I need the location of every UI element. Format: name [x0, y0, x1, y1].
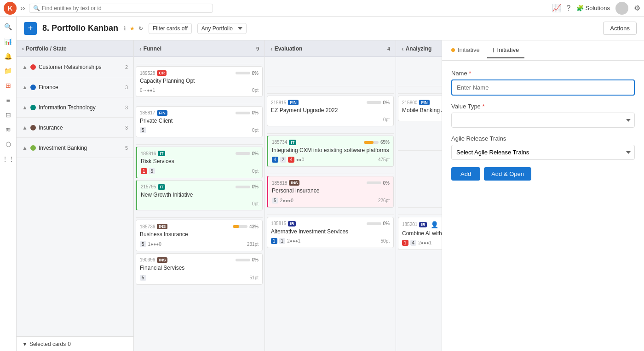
progress-wrap: [236, 72, 250, 74]
group-finance: ▲ Finance 3: [17, 77, 133, 97]
sidebar-timeline-icon[interactable]: ≋: [2, 123, 15, 136]
sidebar-dots-icon[interactable]: ⋮⋮: [2, 153, 15, 165]
card-185817-badge: FIN: [157, 110, 167, 116]
card-185734-header: 185734 IT 65%: [272, 140, 390, 145]
search-input[interactable]: [42, 5, 209, 11]
score-1: 1: [279, 238, 286, 244]
expand-icon[interactable]: ››: [20, 4, 25, 12]
add-button[interactable]: Add: [451, 167, 480, 181]
logo: K: [4, 2, 17, 15]
collapse-ins-btn[interactable]: ▲: [22, 125, 28, 131]
add-open-button[interactable]: Add & Open: [484, 167, 531, 181]
info-icon[interactable]: ℹ: [124, 25, 126, 32]
analyzing-arrow[interactable]: ‹: [402, 45, 404, 52]
collapse-finance-btn[interactable]: ▲: [22, 84, 28, 91]
card-189528-pts: 0pt: [252, 88, 259, 93]
main-area: + 8. Portfolio Kanban ℹ ★ ↻ Filter cards…: [17, 17, 644, 351]
card-185734[interactable]: 185734 IT 65% Integrating CXM into exist…: [267, 136, 394, 167]
user-avatar[interactable]: [615, 2, 628, 15]
card-190396[interactable]: 190396 INS 0% Financial Servises 5: [136, 253, 263, 285]
progress-wrap: [236, 259, 250, 261]
settings-icon[interactable]: ⚙: [634, 4, 640, 12]
group-finance-header[interactable]: ▲ Finance 3: [17, 77, 133, 97]
sidebar-portfolio-icon[interactable]: 📁: [2, 64, 15, 77]
card-185201[interactable]: 185201 IB 👤 21% Combine AI with IoT: [398, 217, 442, 250]
card-215795-title: New Growth Initiative: [141, 192, 259, 199]
group-ins-header[interactable]: ▲ Insurance 3: [17, 118, 133, 138]
star-icon[interactable]: ★: [130, 25, 135, 32]
card-185736-progress: 43%: [233, 224, 259, 229]
card-215795[interactable]: 215795 IT 0% New Growth Initiative: [136, 180, 263, 211]
selected-cards-count: 0: [68, 341, 71, 347]
solutions-label: Solutions: [586, 5, 610, 11]
card-185817[interactable]: 185817 FIN 0% Private Client 5: [136, 106, 263, 138]
card-185816[interactable]: 185816 IT 0% Risk Services 1: [136, 147, 263, 178]
state-panel-header[interactable]: ‹ Portfolio / State: [17, 40, 133, 57]
name-input[interactable]: [451, 79, 635, 96]
col-evaluation-header: ‹ Evaluation 4: [265, 40, 396, 57]
progress-wrap: [367, 101, 381, 104]
filter-button[interactable]: Filter cards off: [149, 23, 192, 34]
solutions-btn[interactable]: 🧩 Solutions: [576, 5, 610, 11]
left-sidebar: 🔍 📊 🔔 📁 ⊞ ≡ ⊟ ≋ ⬡ ⋮⋮: [0, 17, 17, 351]
group-it: ▲ Information Technology 3: [17, 97, 133, 118]
progress-wrap: [236, 186, 250, 188]
search-bar[interactable]: 🔍: [29, 4, 213, 13]
form-actions: Add Add & Open: [451, 167, 635, 181]
selected-cards-label: Selected cards: [29, 341, 66, 347]
progress-pct: 65%: [380, 140, 390, 145]
card-185815b[interactable]: 185815 IB 0% Alternative Investment Serv…: [267, 217, 394, 249]
collapse-ib-btn[interactable]: ▲: [22, 145, 28, 151]
group-it-header[interactable]: ▲ Information Technology 3: [17, 97, 133, 118]
initiative-form: Name * Value Type * Agile Release Tra: [442, 61, 644, 190]
card-185818[interactable]: 185818 INS 0% Personal Insurance 5: [267, 176, 394, 208]
funnel-arrow[interactable]: ‹: [139, 45, 142, 52]
finance-label: Finance: [39, 84, 58, 91]
refresh-icon[interactable]: ↻: [138, 25, 143, 32]
card-185815b-title: Alternative Investment Services: [271, 228, 390, 236]
sidebar-table-icon[interactable]: ⊟: [2, 108, 15, 121]
help-icon[interactable]: ?: [567, 4, 571, 12]
group-ib-header[interactable]: ▲ Investment Banking 5: [17, 138, 133, 158]
card-189528[interactable]: 189528 CR 0% Capacity Planning Opt: [136, 66, 263, 97]
col-evaluation: ‹ Evaluation 4 215815 FIN: [265, 40, 396, 351]
sidebar-layers-icon[interactable]: ≡: [2, 94, 15, 107]
value-type-required: *: [482, 103, 484, 110]
collapse-cr-btn[interactable]: ▲: [22, 64, 28, 70]
collapse-selected-icon[interactable]: ▼: [22, 341, 28, 347]
tab-type-icon: I: [493, 46, 494, 54]
evaluation-arrow[interactable]: ‹: [270, 45, 273, 52]
collapse-left-icon: ‹: [22, 45, 24, 52]
add-button[interactable]: +: [24, 22, 37, 35]
it-dot: [30, 105, 36, 110]
card-185815b-progress: 0%: [367, 221, 390, 226]
evaluation-count: 4: [387, 46, 390, 51]
collapse-it-btn[interactable]: ▲: [22, 104, 28, 111]
group-cr-header[interactable]: ▲ Customer Relashionships 2: [17, 57, 133, 77]
eval-finance-spacer: [267, 88, 394, 94]
tab-initiative-2[interactable]: I Initiative: [487, 43, 525, 58]
card-215815[interactable]: 215815 FIN 0% EZ Payment Upgrade 2022: [267, 96, 394, 126]
sidebar-activity-icon[interactable]: 📊: [2, 35, 15, 48]
card-185736[interactable]: 185736 INS 43% Business Insurance 5: [136, 220, 263, 251]
sidebar-connect-icon[interactable]: ⬡: [2, 138, 15, 151]
card-190396-id: 190396: [140, 257, 155, 262]
dots: ●●0: [296, 157, 305, 162]
analytics-icon[interactable]: 📈: [552, 4, 561, 12]
progress-pct: 0%: [252, 151, 259, 156]
card-190396-footer: 5 51pt: [140, 275, 259, 281]
card-185815b-header: 185815 IB 0%: [271, 221, 390, 226]
sidebar-grid-icon[interactable]: ⊞: [2, 79, 15, 92]
agile-trains-select[interactable]: Select Agile Release Trains: [451, 145, 635, 160]
card-215815-pts: 0pt: [383, 117, 390, 122]
portfolio-select[interactable]: Any Portfolio: [197, 23, 247, 34]
score-5: 5: [140, 241, 146, 247]
value-type-select[interactable]: [451, 113, 635, 128]
card-215800[interactable]: 215800 FIN 0% Mobile Banking App: [398, 96, 442, 121]
sidebar-search-icon[interactable]: 🔍: [2, 20, 15, 33]
sidebar-bell-icon[interactable]: 🔔: [2, 50, 15, 62]
finance-dot: [30, 85, 36, 90]
tab-initiative-1[interactable]: Initiative: [446, 43, 485, 58]
card-215795-footer: 0pt: [141, 201, 259, 206]
actions-button[interactable]: Actions: [603, 22, 637, 35]
